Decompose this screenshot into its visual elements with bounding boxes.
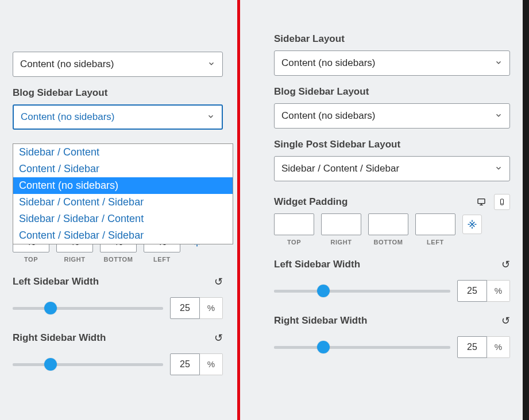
padding-label-top: TOP	[13, 256, 49, 263]
right-sidebar-width-value[interactable]: 25	[170, 353, 200, 375]
svg-rect-0	[478, 199, 485, 204]
widget-padding-bottom-input[interactable]	[368, 213, 408, 235]
reset-icon[interactable]: ↺	[501, 314, 510, 327]
blog-sidebar-layout-label: Blog Sidebar Layout	[274, 86, 510, 98]
mobile-icon[interactable]	[494, 194, 510, 210]
left-sidebar-width-value[interactable]: 25	[457, 280, 487, 302]
left-sidebar-width-slider[interactable]	[274, 290, 450, 293]
slider-thumb[interactable]	[44, 358, 57, 371]
right-sidebar-width-group: Right Sidebar Width ↺ 25 %	[13, 332, 223, 375]
single-post-sidebar-layout-select[interactable]: Sidebar / Content / Sidebar	[274, 156, 510, 181]
widget-padding-label: Widget Padding	[274, 196, 347, 208]
single-post-sidebar-layout-label: Single Post Sidebar Layout	[274, 139, 510, 150]
dropdown-option[interactable]: Sidebar / Content	[13, 144, 233, 161]
left-sidebar-width-label: Left Sidebar Width	[13, 276, 99, 287]
right-sidebar-width-unit: %	[200, 353, 223, 375]
blog-sidebar-layout-value: Content (no sidebars)	[281, 110, 375, 122]
right-sidebar-width-label: Right Sidebar Width	[13, 332, 106, 344]
dropdown-option[interactable]: Content / Sidebar / Sidebar	[13, 227, 233, 244]
padding-label-right: RIGHT	[321, 239, 361, 246]
link-values-icon[interactable]	[462, 215, 482, 234]
mobile-panel: Sidebar Layout Content (no sidebars) Blo…	[261, 0, 523, 420]
widget-padding-row	[274, 213, 510, 235]
right-sidebar-width-group: Right Sidebar Width ↺ 25 %	[274, 314, 510, 358]
right-sidebar-width-slider[interactable]	[13, 363, 163, 366]
desktop-icon[interactable]	[473, 194, 489, 210]
left-sidebar-width-slider[interactable]	[13, 307, 163, 310]
blog-sidebar-layout-select[interactable]: Content (no sidebars)	[13, 104, 223, 130]
desktop-panel: Content (no sidebars) Blog Sidebar Layou…	[0, 0, 235, 420]
panel-divider	[237, 0, 240, 420]
chevron-down-icon	[207, 112, 215, 122]
chevron-down-icon	[495, 111, 503, 121]
left-sidebar-width-group: Left Sidebar Width ↺ 25 %	[13, 275, 223, 319]
slider-thumb[interactable]	[317, 285, 330, 297]
padding-label-left: LEFT	[415, 239, 455, 246]
left-sidebar-width-unit: %	[487, 280, 510, 302]
dropdown-option-selected[interactable]: Content (no sidebars)	[13, 177, 233, 194]
right-sidebar-width-slider[interactable]	[274, 346, 450, 349]
blog-sidebar-layout-label: Blog Sidebar Layout	[13, 87, 223, 99]
chevron-down-icon	[207, 60, 215, 69]
left-sidebar-width-group: Left Sidebar Width ↺ 25 %	[274, 258, 510, 302]
widget-padding-top-input[interactable]	[274, 213, 314, 235]
sidebar-layout-value: Content (no sidebars)	[281, 57, 375, 69]
padding-labels: TOP RIGHT BOTTOM LEFT	[13, 256, 223, 263]
chevron-down-icon	[495, 59, 503, 68]
widget-padding-right-input[interactable]	[321, 213, 361, 235]
padding-label-right: RIGHT	[56, 256, 93, 263]
right-sidebar-width-value[interactable]: 25	[457, 336, 487, 358]
sidebar-layout-label: Sidebar Layout	[274, 33, 510, 45]
single-post-sidebar-layout-value: Sidebar / Content / Sidebar	[281, 163, 399, 174]
sidebar-layout-value: Content (no sidebars)	[20, 59, 114, 70]
padding-label-left: LEFT	[144, 256, 180, 263]
right-sidebar-width-label: Right Sidebar Width	[274, 315, 367, 326]
sidebar-layout-select[interactable]: Content (no sidebars)	[274, 50, 510, 76]
left-sidebar-width-value[interactable]: 25	[170, 297, 200, 319]
svg-point-2	[502, 204, 503, 204]
left-sidebar-width-unit: %	[200, 297, 223, 319]
dropdown-option[interactable]: Content / Sidebar	[13, 161, 233, 177]
padding-label-bottom: BOTTOM	[100, 256, 137, 263]
reset-icon[interactable]: ↺	[214, 332, 223, 344]
reset-icon[interactable]: ↺	[214, 275, 223, 288]
slider-thumb[interactable]	[317, 341, 330, 353]
blog-sidebar-layout-dropdown: Sidebar / Content Content / Sidebar Cont…	[13, 143, 233, 244]
padding-label-bottom: BOTTOM	[368, 239, 408, 246]
chevron-down-icon	[495, 164, 503, 174]
left-sidebar-width-label: Left Sidebar Width	[274, 259, 360, 270]
widget-padding-left-input[interactable]	[415, 213, 455, 235]
sidebar-layout-select[interactable]: Content (no sidebars)	[13, 52, 223, 77]
widget-padding-labels: TOP RIGHT BOTTOM LEFT	[274, 239, 510, 246]
dropdown-option[interactable]: Sidebar / Sidebar / Content	[13, 211, 233, 227]
slider-thumb[interactable]	[44, 302, 57, 314]
blog-sidebar-layout-select[interactable]: Content (no sidebars)	[274, 103, 510, 129]
right-sidebar-width-unit: %	[487, 336, 510, 358]
dropdown-option[interactable]: Sidebar / Content / Sidebar	[13, 194, 233, 211]
blog-sidebar-layout-value: Content (no sidebars)	[21, 111, 114, 123]
reset-icon[interactable]: ↺	[501, 258, 510, 271]
padding-label-top: TOP	[274, 239, 314, 246]
